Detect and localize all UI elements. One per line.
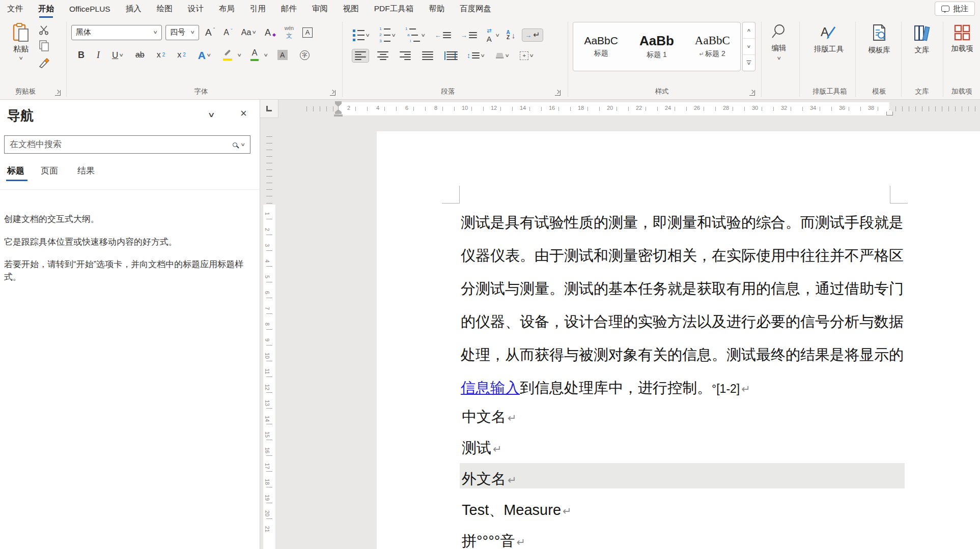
multilevel-list-button[interactable]: 1 a i ∨ [402, 25, 428, 45]
ruler-corner-box[interactable] [260, 100, 278, 118]
ruler-tick [929, 106, 929, 111]
character-shading-button[interactable]: A [275, 48, 290, 62]
group-separator [901, 22, 902, 97]
increase-indent-button[interactable]: → [458, 30, 480, 41]
nav-tab-results[interactable]: 结果 [77, 165, 95, 177]
style-item-heading2[interactable]: AaBbC ↵ 标题 2 [685, 22, 740, 71]
styles-scroll-up-button[interactable]: ∧ [743, 22, 755, 39]
chevron-down-icon[interactable]: ∨ [237, 53, 242, 57]
paragraph-dialog-launcher[interactable] [555, 90, 561, 96]
comments-button[interactable]: 批注 [935, 2, 975, 16]
shrink-font-button[interactable]: A ˇ [221, 26, 235, 39]
search-options-chevron-icon[interactable]: ∨ [241, 142, 246, 147]
line-spacing-button[interactable]: ↕ ∨ [464, 50, 487, 61]
nav-tab-headings[interactable]: 标题 [7, 165, 24, 177]
indent-bars-icon [443, 32, 451, 38]
bold-button[interactable]: B [75, 48, 87, 62]
superscript-button[interactable]: x2 [175, 49, 188, 61]
search-icon[interactable] [233, 142, 237, 147]
numbering-button[interactable]: 1 2 3 ∨ [377, 25, 398, 45]
distribute-button[interactable] [442, 49, 458, 62]
menu-tab-design[interactable]: 设计 [188, 4, 204, 14]
menu-tab-officeplus[interactable]: OfficePLUS [69, 5, 110, 14]
menu-tab-view[interactable]: 视图 [343, 4, 359, 14]
underline-button[interactable]: U ∨ [109, 49, 126, 62]
font-size-select[interactable]: 四号 ∨ [165, 25, 199, 40]
italic-button[interactable]: I [94, 48, 102, 62]
left-indent-marker[interactable] [334, 114, 343, 117]
menu-tab-home[interactable]: 开始 [38, 4, 54, 14]
bullets-button[interactable]: ∨ [350, 27, 372, 43]
search-box[interactable]: ∨ [4, 135, 250, 154]
pane-collapse-button[interactable]: ∨ [207, 111, 215, 118]
sort-button[interactable]: A Z ↓ [503, 28, 518, 42]
borders-button[interactable]: + ∨ [517, 49, 536, 62]
typeset-tools-button[interactable]: A 排版工具 [805, 24, 852, 54]
distribute-icon [444, 51, 456, 60]
align-left-button[interactable] [352, 49, 369, 62]
grow-font-button[interactable]: A ˆ [203, 25, 217, 39]
menu-tab-file[interactable]: 文件 [7, 4, 23, 14]
menu-tab-review[interactable]: 审阅 [312, 4, 328, 14]
library-button[interactable]: 文库 [905, 24, 939, 55]
menu-tab-mailings[interactable]: 邮件 [281, 4, 297, 14]
enclose-characters-button[interactable]: 字 [297, 48, 312, 62]
paste-button[interactable]: 粘贴 ∨ [7, 23, 35, 61]
editing-button[interactable]: 编辑 ∨ [764, 24, 794, 61]
align-right-button[interactable] [397, 49, 413, 62]
phonetic-guide-button[interactable]: wén 文 [282, 24, 296, 41]
arrow-right-icon: → [461, 32, 467, 39]
show-formatting-marks-button[interactable]: →↵ [522, 29, 542, 41]
style-item-title[interactable]: AaBbC 标题 [573, 22, 629, 71]
font-dialog-launcher[interactable] [330, 90, 335, 96]
clipboard-dialog-launcher[interactable] [55, 90, 61, 96]
format-painter-button[interactable] [38, 56, 50, 69]
chevron-down-icon[interactable]: ∨ [264, 53, 269, 57]
cut-button[interactable] [38, 25, 49, 35]
font-color-button[interactable]: A [248, 47, 261, 63]
paragraph-mark-icon: ↵ [508, 412, 517, 424]
character-border-button[interactable]: A [300, 25, 315, 40]
menu-tab-draw[interactable]: 绘图 [157, 4, 173, 14]
ruler-tick [367, 107, 368, 111]
font-family-select[interactable]: 黑体 ∨ [71, 25, 162, 40]
hyperlink[interactable]: 信息输入 [461, 380, 520, 396]
copy-button[interactable] [38, 40, 49, 51]
justify-button[interactable] [419, 49, 436, 62]
search-input[interactable] [10, 139, 229, 150]
ruler-tick [266, 203, 272, 204]
styles-gallery-scroll: ∧ ∨ ∨ [742, 22, 755, 71]
styles-gallery-more-button[interactable]: ∨ [743, 55, 755, 71]
align-center-button[interactable] [375, 49, 391, 62]
text-direction-button[interactable]: ⇄ A [484, 26, 494, 45]
style-item-heading1[interactable]: AaBb 标题 1 [629, 22, 684, 71]
text-effects-glyph: A [198, 50, 206, 61]
add-ins-button[interactable]: 加载项 [947, 24, 977, 53]
styles-scroll-down-button[interactable]: ∨ [743, 39, 755, 55]
menu-tab-baidu-netdisk[interactable]: 百度网盘 [460, 4, 491, 14]
menu-tab-references[interactable]: 引用 [250, 4, 266, 14]
clear-formatting-button[interactable]: A ◆ [262, 26, 278, 39]
menu-tab-insert[interactable]: 插入 [126, 4, 142, 14]
text-highlight-button[interactable] [220, 47, 235, 63]
subscript-button[interactable]: x2 [154, 49, 168, 61]
h-ruler-number: 30 [751, 105, 759, 111]
ruler-tick [266, 143, 272, 143]
styles-dialog-launcher[interactable] [749, 90, 755, 96]
ruler-tick [512, 107, 513, 111]
menu-tab-help[interactable]: 帮助 [429, 4, 444, 14]
template-library-button[interactable]: 模板库 [860, 24, 898, 55]
spacing-bars-icon [472, 52, 480, 59]
shading-button[interactable]: ∨ [493, 51, 512, 61]
pane-close-button[interactable]: × [240, 107, 247, 120]
ruler-tick [266, 219, 272, 219]
chevron-down-icon[interactable]: ∨ [495, 33, 500, 38]
change-case-button[interactable]: Aa ∨ [239, 26, 259, 39]
menu-tab-pdf-tools[interactable]: PDF工具箱 [374, 4, 414, 14]
strikethrough-button[interactable]: ab [133, 49, 147, 61]
nav-tab-pages[interactable]: 页面 [41, 165, 58, 177]
menu-tab-layout[interactable]: 布局 [219, 4, 235, 14]
ruler-tick [762, 107, 762, 111]
decrease-indent-button[interactable]: ← [432, 30, 454, 41]
text-effects-button[interactable]: A ∨ [195, 48, 213, 63]
